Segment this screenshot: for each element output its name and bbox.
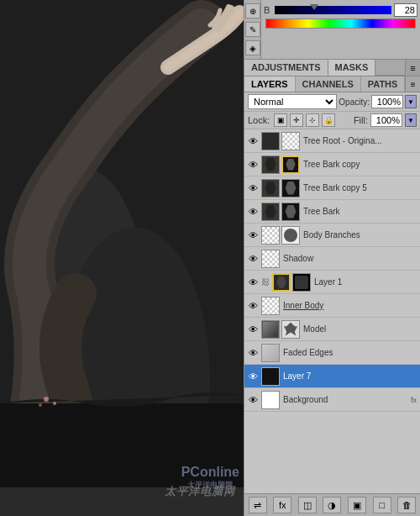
visibility-icon-9[interactable]: 👁 xyxy=(246,323,260,336)
tab-masks[interactable]: MASKS xyxy=(328,60,376,76)
layer-name-inner-body: Inner Body xyxy=(281,301,418,310)
opacity-value[interactable]: 100% xyxy=(371,95,403,108)
pconline-text: PConline xyxy=(181,465,239,479)
tool-btn-3[interactable]: ◈ xyxy=(245,40,260,55)
layer-thumb-bark-copy5 xyxy=(261,179,280,197)
svg-point-4 xyxy=(44,397,49,402)
panel-menu-btn[interactable]: ≡ xyxy=(405,60,420,76)
b-slider-row: B 28 xyxy=(264,3,417,17)
tab-paths[interactable]: PATHS xyxy=(361,76,406,92)
canvas-area: 思缘设计论坛 www.missyuan.com − □ × xyxy=(0,0,244,516)
layer-name-tree-bark: Tree Bark xyxy=(302,207,418,216)
blend-mode-select[interactable]: Normal xyxy=(248,94,337,109)
layer-mask-bark-copy5 xyxy=(281,179,300,197)
layer-thumb-layer1 xyxy=(272,273,291,292)
visibility-icon-4[interactable]: 👁 xyxy=(246,205,260,219)
illustration-svg xyxy=(0,0,244,487)
layer-mask-layer1 xyxy=(292,273,311,292)
visibility-icon-3[interactable]: 👁 xyxy=(246,182,260,195)
visibility-icon-8[interactable]: 👁 xyxy=(246,299,260,313)
fill-value[interactable]: 100% xyxy=(370,113,402,127)
visibility-icon-6[interactable]: 👁 xyxy=(246,252,260,266)
layer-item-faded-edges[interactable]: 👁 Faded Edges xyxy=(244,341,420,365)
layers-panel: LAYERS CHANNELS PATHS ≡ Normal Opacity: … xyxy=(244,76,420,516)
color-section: B 28 xyxy=(261,0,420,59)
b-slider-container[interactable] xyxy=(275,6,391,14)
layer-item-tree-bark-copy5[interactable]: 👁 Tree Bark copy 5 xyxy=(244,176,420,200)
lock-pixels-btn[interactable]: ▣ xyxy=(274,113,287,127)
mask-btn[interactable]: ◫ xyxy=(298,497,317,513)
fx-btn[interactable]: fx xyxy=(273,497,291,513)
pconline-sub: 太平洋电脑网 xyxy=(181,480,239,491)
tool-btn-1[interactable]: ⊕ xyxy=(245,3,260,18)
new-layer-btn[interactable]: □ xyxy=(373,497,391,513)
visibility-icon-10[interactable]: 👁 xyxy=(246,346,260,360)
b-value[interactable]: 28 xyxy=(394,3,417,17)
adjustment-tabs: ADJUSTMENTS MASKS ≡ xyxy=(244,60,420,76)
tab-adjustments[interactable]: ADJUSTMENTS xyxy=(244,60,328,76)
layer-item-tree-root[interactable]: 👁 Tree Root - Origina... xyxy=(244,129,420,153)
layer-thumb-model xyxy=(261,320,280,339)
layer-item-layer7[interactable]: 👁 Layer 7 xyxy=(244,365,420,388)
layer-thumb-shadow xyxy=(261,250,280,268)
layer-name-body-branches: Body Branches xyxy=(302,230,418,240)
tab-channels[interactable]: CHANNELS xyxy=(296,76,361,92)
opacity-dropdown[interactable]: ▼ xyxy=(405,95,417,108)
adjustment-btn[interactable]: ◑ xyxy=(323,497,341,513)
visibility-icon-11[interactable]: 👁 xyxy=(246,370,260,383)
b-label: B xyxy=(264,5,272,15)
layer-name-tree-bark-copy5: Tree Bark copy 5 xyxy=(302,183,418,192)
layer-item-shadow[interactable]: 👁 Shadow xyxy=(244,247,420,271)
lock-label: Lock: xyxy=(248,115,270,125)
layer-item-inner-body[interactable]: 👁 Inner Body xyxy=(244,294,420,318)
canvas-image: 太平洋电脑网 PConline 太平洋电脑网 xyxy=(0,0,244,516)
fx-badge: fx xyxy=(411,396,417,404)
visibility-icon-12[interactable]: 👁 xyxy=(246,393,260,407)
layer-item-background[interactable]: 👁 Background fx xyxy=(244,388,420,412)
tool-btn-2[interactable]: ✎ xyxy=(245,22,260,37)
layer-name-tree-bark-copy: Tree Bark copy xyxy=(302,160,418,169)
layer-item-body-branches[interactable]: 👁 Body Branches xyxy=(244,224,420,247)
tab-layers[interactable]: LAYERS xyxy=(244,76,296,92)
color-gradient-rainbow[interactable] xyxy=(265,18,416,29)
layer-toolbar: ⇌ fx ◫ ◑ ▣ □ 🗑 xyxy=(244,493,420,516)
visibility-icon-2[interactable]: 👁 xyxy=(246,158,260,171)
layer-mask-bark xyxy=(281,203,300,221)
fill-label: Fill: xyxy=(354,115,368,125)
layer-item-tree-bark[interactable]: 👁 Tree Bark xyxy=(244,200,420,224)
delete-btn[interactable]: 🗑 xyxy=(397,497,416,513)
layer-thumb-layer7 xyxy=(261,367,280,386)
lock-all-btn[interactable]: 🔒 xyxy=(322,113,335,127)
lock-row: Lock: ▣ ✛ ⊹ 🔒 Fill: 100% ▼ xyxy=(244,112,420,129)
lock-position-btn[interactable]: ✛ xyxy=(290,113,303,127)
link-btn[interactable]: ⇌ xyxy=(249,497,267,513)
layer-tabs: LAYERS CHANNELS PATHS ≡ xyxy=(244,76,420,92)
tools-column: ⊕ ✎ ◈ xyxy=(244,0,261,59)
layer-name-layer7: Layer 7 xyxy=(281,371,418,381)
visibility-icon-7[interactable]: 👁 xyxy=(246,276,260,289)
layer-thumb-bark-copy xyxy=(261,155,280,174)
visibility-icon-5[interactable]: 👁 xyxy=(246,229,260,242)
layer-name-background: Background xyxy=(281,395,409,404)
layer-thumb-faded-edges xyxy=(261,344,280,362)
right-panel: ⊕ ✎ ◈ B 28 ADJUSTMENTS MASKS ≡ xyxy=(244,0,420,516)
layer-mask-body-branches xyxy=(281,226,300,245)
layer-thumb-background xyxy=(261,391,280,409)
layer-list[interactable]: 👁 Tree Root - Origina... 👁 Tree Bark cop… xyxy=(244,129,420,493)
layer-item-tree-bark-copy[interactable]: 👁 Tree Bark copy xyxy=(244,153,420,176)
svg-point-6 xyxy=(39,403,42,407)
layers-menu-btn[interactable]: ≡ xyxy=(405,76,420,92)
layer-thumb-body-branches xyxy=(261,226,280,245)
lock-move-btn[interactable]: ⊹ xyxy=(306,113,319,127)
group-btn[interactable]: ▣ xyxy=(348,497,366,513)
layer-thumb-inner-body xyxy=(261,297,280,315)
layer-item-model[interactable]: 👁 Model xyxy=(244,318,420,341)
chain-icon: ⛓ xyxy=(261,277,270,287)
opacity-label: Opacity: xyxy=(339,97,370,107)
layer-mask-tree-root xyxy=(281,132,300,150)
layer-name-model: Model xyxy=(302,324,418,334)
pconline-logo: PConline 太平洋电脑网 xyxy=(181,465,239,491)
fill-dropdown[interactable]: ▼ xyxy=(405,113,417,127)
visibility-icon[interactable]: 👁 xyxy=(246,134,260,148)
layer-item-layer1[interactable]: 👁 ⛓ Layer 1 xyxy=(244,271,420,294)
